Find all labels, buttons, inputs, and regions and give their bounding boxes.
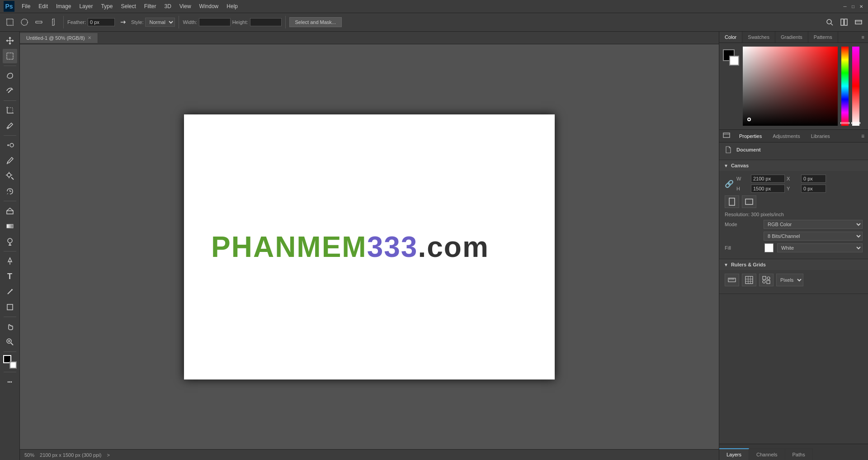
workspace-button[interactable] — [853, 17, 864, 27]
mode-select[interactable]: RGB Color — [764, 220, 863, 229]
fill-select[interactable]: White — [777, 243, 863, 252]
menu-view[interactable]: View — [176, 2, 195, 10]
x-label: X — [787, 176, 799, 181]
tab-close-button[interactable]: ✕ — [88, 35, 91, 40]
clone-tool[interactable] — [3, 169, 17, 183]
canvas-section-header[interactable]: ▼ Canvas — [719, 160, 868, 171]
hue-slider[interactable] — [841, 47, 849, 126]
grid-icon-btn[interactable] — [742, 274, 756, 286]
resolution-text: Resolution: 300 pixels/inch — [725, 212, 863, 217]
row-marquee-option[interactable] — [33, 17, 45, 28]
zoom-tool[interactable] — [3, 335, 17, 349]
opacity-slider[interactable] — [852, 47, 859, 126]
pen-tool[interactable] — [3, 254, 17, 268]
feather-input[interactable] — [88, 18, 115, 26]
gradients-tab[interactable]: Gradients — [775, 32, 808, 43]
properties-panel: Properties Adjustments Libraries ≡ Docum… — [719, 129, 868, 444]
col-marquee-option[interactable] — [47, 17, 60, 28]
fill-swatch[interactable] — [764, 243, 774, 252]
gradient-tool[interactable] — [3, 219, 17, 233]
quick-select-tool[interactable] — [3, 84, 17, 98]
path-select-tool[interactable] — [3, 285, 17, 299]
lasso-tool[interactable] — [3, 68, 17, 83]
search-button[interactable] — [824, 17, 835, 27]
canvas-scroll[interactable]: PHANMEM333.com — [20, 44, 719, 449]
units-select[interactable]: Pixels — [776, 274, 803, 286]
menu-edit[interactable]: Edit — [35, 2, 52, 10]
adjustments-tab[interactable]: Adjustments — [767, 131, 806, 142]
minimize-button[interactable]: ─ — [842, 3, 848, 9]
swap-btn[interactable] — [117, 17, 129, 28]
document-tab[interactable]: Untitled-1 @ 50% (RGB/8) ✕ — [20, 33, 98, 43]
brush-tool[interactable] — [3, 153, 17, 168]
rect-marquee-option[interactable] — [4, 17, 16, 28]
canvas-wrapper: PHANMEM333.com — [184, 114, 555, 379]
maximize-button[interactable]: □ — [850, 3, 856, 9]
canvas-x-input[interactable] — [801, 175, 826, 183]
move-tool[interactable] — [3, 33, 17, 48]
canvas-y-input[interactable] — [801, 185, 826, 193]
document-section-body: Document — [719, 142, 868, 160]
snap-icon-btn[interactable] — [759, 274, 774, 286]
eraser-tool[interactable] — [3, 204, 17, 218]
healing-tool[interactable] — [3, 138, 17, 152]
rulers-section-title: Rulers & Grids — [731, 262, 766, 267]
menu-image[interactable]: Image — [52, 2, 75, 10]
layers-tab[interactable]: Layers — [719, 448, 749, 460]
bits-select[interactable]: 8 Bits/Channel — [764, 232, 863, 241]
eyedropper-tool[interactable] — [3, 119, 17, 133]
properties-tab[interactable]: Properties — [734, 131, 767, 142]
marquee-tool[interactable] — [3, 49, 17, 63]
chain-link-icon[interactable]: 🔗 — [725, 180, 734, 188]
height-input[interactable] — [250, 18, 282, 26]
menu-type[interactable]: Type — [97, 2, 116, 10]
rulers-section-header[interactable]: ▼ Rulers & Grids — [719, 259, 868, 270]
shape-tool[interactable] — [3, 300, 17, 314]
menu-3d[interactable]: 3D — [160, 2, 175, 10]
close-button[interactable]: ✕ — [858, 3, 864, 9]
properties-menu[interactable]: ≡ — [858, 131, 868, 141]
libraries-tab[interactable]: Libraries — [806, 131, 835, 142]
paths-tab[interactable]: Paths — [785, 449, 813, 460]
zoom-level: 50% — [24, 452, 34, 458]
foreground-background-colors[interactable] — [2, 354, 18, 370]
text-tool[interactable]: T — [3, 269, 17, 284]
svg-rect-25 — [7, 304, 13, 310]
background-swatch[interactable] — [729, 56, 739, 66]
panel-options-icon[interactable] — [719, 130, 734, 142]
menu-filter[interactable]: Filter — [141, 2, 160, 10]
swatches-tab[interactable]: Swatches — [742, 32, 775, 43]
menu-window[interactable]: Window — [196, 2, 222, 10]
ruler-icon-btn[interactable] — [725, 274, 739, 286]
color-tab[interactable]: Color — [719, 32, 742, 43]
channels-tab[interactable]: Channels — [749, 449, 785, 460]
menu-layer[interactable]: Layer — [75, 2, 96, 10]
crop-tool[interactable] — [3, 103, 17, 118]
menu-select[interactable]: Select — [117, 2, 139, 10]
document-section: Document — [719, 142, 868, 160]
svg-rect-10 — [7, 53, 13, 59]
document-icon — [725, 146, 732, 153]
color-gradient-box[interactable] — [743, 47, 838, 126]
canvas-width-input[interactable] — [751, 175, 785, 183]
more-tools-button[interactable]: ••• — [3, 375, 17, 389]
dodge-tool[interactable] — [3, 234, 17, 249]
main-area: T ••• Untitled-1 @ 50% (RGB/8) ✕ — [0, 32, 868, 460]
landscape-button[interactable] — [742, 195, 756, 208]
hand-tool[interactable] — [3, 319, 17, 334]
panel-toggle-button[interactable] — [838, 17, 850, 27]
svg-rect-3 — [52, 19, 54, 25]
select-and-mask-button[interactable]: Select and Mask... — [289, 17, 342, 27]
patterns-tab[interactable]: Patterns — [808, 32, 838, 43]
style-select[interactable]: Normal — [145, 18, 175, 27]
color-panel-menu[interactable]: ≡ — [858, 32, 868, 43]
svg-rect-7 — [844, 19, 847, 25]
menu-help[interactable]: Help — [223, 2, 241, 10]
portrait-button[interactable] — [725, 195, 739, 208]
canvas-height-input[interactable] — [751, 185, 785, 193]
history-brush-tool[interactable] — [3, 184, 17, 199]
width-input[interactable] — [199, 18, 231, 26]
ellipse-marquee-option[interactable] — [18, 17, 31, 28]
status-arrow[interactable]: > — [107, 452, 109, 458]
menu-file[interactable]: File — [18, 2, 34, 10]
